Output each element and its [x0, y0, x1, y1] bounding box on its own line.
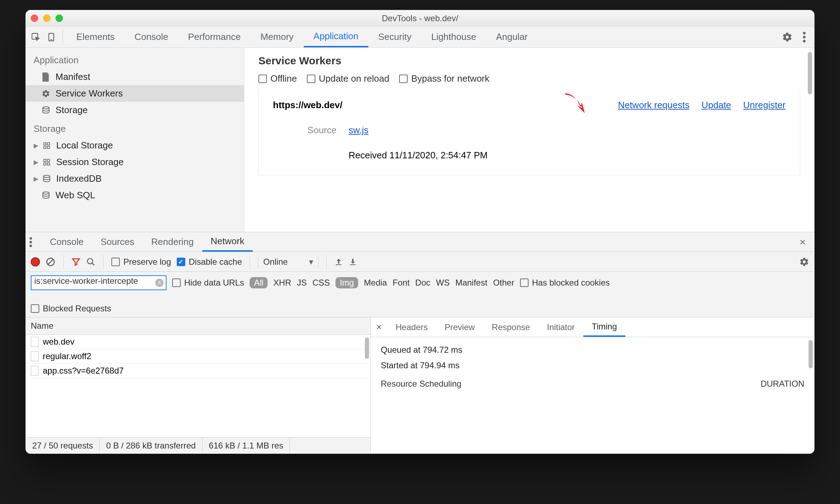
sidebar-item-session-storage[interactable]: ▶ Session Storage — [26, 154, 244, 170]
sidebar-item-websql[interactable]: Web SQL — [26, 187, 244, 204]
sidebar-item-service-workers[interactable]: Service Workers — [26, 85, 244, 102]
timing-started: Started at 794.94 ms — [381, 361, 804, 370]
tab-angular[interactable]: Angular — [486, 27, 538, 47]
drawer-tab-sources[interactable]: Sources — [92, 232, 142, 252]
sidebar-item-label: Manifest — [56, 71, 90, 82]
link-network-requests[interactable]: Network requests — [618, 100, 689, 111]
list-item[interactable]: web.dev — [26, 335, 371, 349]
network-settings-icon[interactable] — [799, 257, 809, 267]
checkbox-disable-cache[interactable]: ✓Disable cache — [177, 257, 242, 267]
expand-icon[interactable]: ▶ — [34, 158, 39, 166]
details-tab-initiator[interactable]: Initiator — [538, 317, 583, 337]
search-icon[interactable] — [86, 257, 95, 266]
filter-type-doc[interactable]: Doc — [415, 278, 431, 288]
drawer-more-icon[interactable] — [29, 237, 41, 247]
upload-icon[interactable] — [334, 258, 343, 266]
filter-type-img[interactable]: Img — [336, 277, 358, 288]
timing-queued: Queued at 794.72 ms — [381, 345, 804, 355]
link-unregister[interactable]: Unregister — [743, 100, 786, 111]
filter-icon[interactable] — [71, 257, 81, 266]
svg-point-18 — [30, 241, 32, 243]
tab-lighthouse[interactable]: Lighthouse — [421, 27, 486, 47]
scrollbar[interactable] — [365, 338, 369, 359]
clear-icon[interactable] — [46, 257, 56, 267]
tab-security[interactable]: Security — [368, 27, 421, 47]
svg-rect-25 — [350, 264, 356, 265]
svg-point-19 — [30, 245, 32, 247]
sidebar-item-indexeddb[interactable]: ▶ IndexedDB — [26, 170, 244, 187]
filter-type-js[interactable]: JS — [297, 278, 307, 288]
checkbox-offline[interactable]: Offline — [258, 73, 297, 84]
inspect-icon[interactable] — [28, 29, 43, 45]
expand-icon[interactable]: ▶ — [34, 142, 39, 150]
tab-application[interactable]: Application — [304, 27, 368, 47]
drawer-tab-console[interactable]: Console — [41, 232, 92, 252]
sidebar-item-local-storage[interactable]: ▶ Local Storage — [26, 137, 244, 154]
clear-filter-icon[interactable]: × — [155, 279, 164, 287]
settings-icon[interactable] — [780, 29, 795, 45]
database-icon — [41, 191, 51, 200]
drawer-tab-rendering[interactable]: Rendering — [143, 232, 202, 252]
filter-input[interactable]: is:service-worker-intercepte × — [31, 275, 167, 290]
timing-duration-label: DURATION — [760, 379, 804, 389]
filter-type-manifest[interactable]: Manifest — [455, 278, 488, 288]
checkbox-hide-data-urls[interactable]: Hide data URLs — [172, 278, 244, 288]
scrollbar[interactable] — [808, 52, 812, 94]
application-panel: Application Manifest Service Workers Sto… — [26, 48, 814, 232]
checkbox-bypass-for-network[interactable]: Bypass for network — [399, 73, 489, 84]
sidebar-item-label: IndexedDB — [56, 173, 102, 184]
filter-type-css[interactable]: CSS — [313, 278, 330, 288]
download-icon[interactable] — [349, 258, 357, 266]
filter-type-media[interactable]: Media — [364, 278, 387, 288]
tab-memory[interactable]: Memory — [251, 27, 304, 47]
network-toolbar: Preserve log ✓Disable cache Online▾ — [26, 252, 814, 272]
device-toggle-icon[interactable] — [43, 29, 59, 45]
checkbox-preserve-log[interactable]: Preserve log — [111, 257, 171, 267]
sidebar-item-storage[interactable]: Storage — [26, 102, 244, 118]
checkbox-has-blocked-cookies[interactable]: Has blocked cookies — [520, 278, 610, 288]
sidebar-item-manifest[interactable]: Manifest — [26, 69, 244, 85]
details-tab-headers[interactable]: Headers — [387, 317, 436, 337]
sidebar-item-label: Web SQL — [56, 190, 95, 201]
tab-console[interactable]: Console — [124, 27, 178, 47]
filter-type-other[interactable]: Other — [493, 278, 514, 288]
record-button[interactable] — [31, 257, 40, 266]
file-icon — [41, 72, 51, 82]
list-item[interactable]: regular.woff2 — [26, 349, 371, 364]
svg-point-3 — [803, 32, 806, 35]
titlebar: DevTools - web.dev/ — [26, 10, 814, 27]
more-icon[interactable] — [797, 29, 812, 45]
filter-type-xhr[interactable]: XHR — [273, 278, 291, 288]
close-details-icon[interactable]: × — [371, 322, 387, 333]
expand-icon[interactable]: ▶ — [34, 175, 39, 183]
svg-line-21 — [48, 259, 53, 264]
throttling-dropdown[interactable]: Online▾ — [258, 256, 318, 268]
status-requests: 27 / 50 requests — [26, 438, 100, 453]
link-update[interactable]: Update — [701, 100, 731, 111]
filter-type-all[interactable]: All — [250, 277, 268, 288]
tab-elements[interactable]: Elements — [66, 27, 124, 47]
file-icon — [31, 366, 39, 376]
filter-type-font[interactable]: Font — [393, 278, 410, 288]
tab-performance[interactable]: Performance — [178, 27, 251, 47]
sidebar-section-storage: Storage — [26, 118, 244, 137]
svg-rect-7 — [44, 142, 46, 145]
details-tab-preview[interactable]: Preview — [436, 317, 483, 337]
scrollbar[interactable] — [809, 340, 813, 368]
checkbox-blocked-requests[interactable]: Blocked Requests — [31, 304, 111, 313]
list-item[interactable]: app.css?v=6e2768d7 — [26, 364, 371, 378]
details-tab-response[interactable]: Response — [483, 317, 538, 337]
drawer-tab-network[interactable]: Network — [202, 232, 253, 252]
source-label: Source — [273, 125, 337, 136]
svg-rect-9 — [44, 146, 46, 148]
checkbox-update-on-reload[interactable]: Update on reload — [307, 73, 389, 84]
list-header-name[interactable]: Name — [26, 317, 371, 335]
main-tabbar: Elements Console Performance Memory Appl… — [26, 27, 814, 48]
gear-icon — [41, 89, 51, 98]
details-tab-timing[interactable]: Timing — [583, 317, 625, 337]
svg-point-16 — [43, 192, 49, 194]
filter-type-ws[interactable]: WS — [436, 278, 450, 288]
drawer-close-icon[interactable]: × — [794, 236, 811, 248]
link-source-file[interactable]: sw.js — [349, 125, 368, 136]
status-transferred: 0 B / 286 kB transferred — [100, 438, 202, 453]
